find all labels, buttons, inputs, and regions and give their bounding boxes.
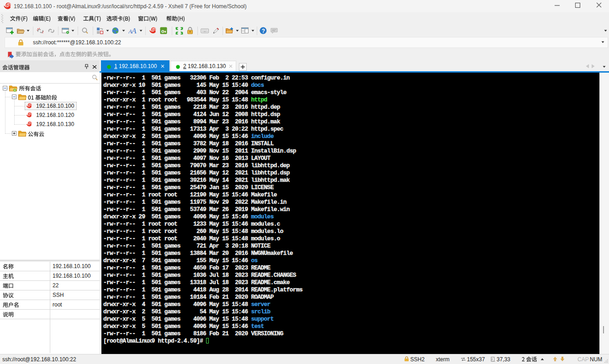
svg-text:o: o: [161, 28, 164, 34]
svg-text:A: A: [131, 26, 137, 35]
svg-text:?: ?: [262, 28, 265, 34]
